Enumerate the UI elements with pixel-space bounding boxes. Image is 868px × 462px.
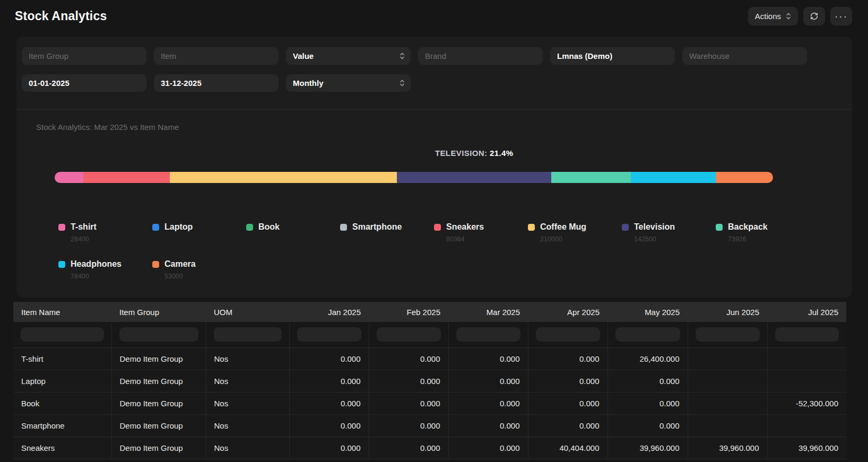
- cell-item-group[interactable]: Demo Item Group: [111, 347, 206, 370]
- cell-value[interactable]: 0.000: [369, 347, 448, 370]
- cell-value[interactable]: 26,400.000: [607, 347, 688, 370]
- frequency-select[interactable]: Monthly: [286, 74, 411, 92]
- cell-item-name[interactable]: Smartphone: [13, 414, 111, 437]
- bar-segment-tshirt[interactable]: [55, 172, 83, 183]
- cell-value[interactable]: [767, 370, 846, 392]
- column-header-feb-2025[interactable]: Feb 2025: [369, 302, 448, 322]
- column-header-item-group[interactable]: Item Group: [111, 302, 206, 322]
- cell-uom[interactable]: Nos: [206, 370, 289, 392]
- column-filter-input[interactable]: [377, 327, 441, 342]
- to-date-input[interactable]: [154, 74, 279, 92]
- column-header-jan-2025[interactable]: Jan 2025: [289, 302, 369, 322]
- cell-value[interactable]: 0.000: [607, 414, 688, 437]
- legend-value: [258, 236, 340, 243]
- cell-value[interactable]: [688, 370, 767, 392]
- column-filter-input[interactable]: [456, 327, 520, 342]
- cell-value[interactable]: 0.000: [289, 437, 369, 459]
- cell-uom[interactable]: Nos: [206, 392, 289, 414]
- cell-uom[interactable]: Nos: [206, 347, 289, 370]
- refresh-button[interactable]: [803, 7, 825, 25]
- column-header-item-name[interactable]: Item Name: [13, 302, 111, 322]
- cell-value[interactable]: 0.000: [369, 392, 448, 414]
- cell-value[interactable]: 0.000: [528, 347, 607, 370]
- table-filter-row: [13, 322, 846, 347]
- cell-value[interactable]: 40,404.000: [528, 437, 607, 459]
- cell-item-group[interactable]: Demo Item Group: [111, 414, 206, 437]
- column-filter-input[interactable]: [775, 327, 839, 342]
- bar-segment-coffee-mug[interactable]: [170, 172, 397, 183]
- cell-uom[interactable]: Nos: [206, 414, 289, 437]
- cell-item-name[interactable]: Laptop: [13, 370, 111, 392]
- cell-item-name[interactable]: Book: [13, 392, 111, 414]
- cell-value[interactable]: 0.000: [528, 392, 607, 414]
- legend-item-coffee-mug: Coffee Mug 210000: [528, 222, 622, 243]
- brand-filter-input[interactable]: [418, 47, 543, 65]
- cell-value[interactable]: 0.000: [369, 370, 448, 392]
- cell-item-group[interactable]: Demo Item Group: [111, 370, 206, 392]
- cell-value[interactable]: 0.000: [448, 414, 528, 437]
- legend-value: 142500: [634, 236, 716, 243]
- bar-segment-camera[interactable]: [716, 172, 773, 183]
- cell-value[interactable]: 0.000: [369, 437, 448, 459]
- column-header-mar-2025[interactable]: Mar 2025: [448, 302, 528, 322]
- cell-value[interactable]: 0.000: [607, 370, 688, 392]
- cell-item-group[interactable]: Demo Item Group: [111, 437, 206, 459]
- cell-value[interactable]: 0.000: [448, 347, 528, 370]
- cell-value[interactable]: 0.000: [448, 392, 528, 414]
- cell-value[interactable]: 39,960.000: [688, 437, 767, 459]
- value-quantity-select[interactable]: Value: [286, 47, 411, 65]
- column-filter-input[interactable]: [21, 327, 104, 342]
- bar-segment-television[interactable]: [397, 172, 551, 183]
- cell-value[interactable]: [767, 414, 846, 437]
- column-filter-input[interactable]: [696, 327, 760, 342]
- chart-tooltip-label: TELEVISION:: [435, 149, 488, 158]
- from-date-input[interactable]: [22, 74, 146, 92]
- cell-value[interactable]: 0.000: [448, 437, 528, 459]
- cell-value[interactable]: [767, 347, 846, 370]
- cell-uom[interactable]: Nos: [206, 437, 289, 459]
- column-filter-input[interactable]: [615, 327, 680, 342]
- cell-value[interactable]: 0.000: [289, 392, 369, 414]
- cell-value[interactable]: 0.000: [528, 414, 607, 437]
- warehouse-filter-input[interactable]: [682, 47, 807, 65]
- item-group-filter-input[interactable]: [22, 47, 146, 65]
- column-filter-input[interactable]: [119, 327, 198, 342]
- cell-value[interactable]: [688, 414, 767, 437]
- bar-segment-backpack[interactable]: [551, 172, 631, 183]
- cell-item-name[interactable]: T-shirt: [13, 347, 111, 370]
- column-header-uom[interactable]: UOM: [206, 302, 289, 322]
- column-header-jun-2025[interactable]: Jun 2025: [688, 302, 767, 322]
- cell-value[interactable]: 0.000: [289, 370, 369, 392]
- cell-value[interactable]: 39,960.000: [767, 437, 846, 459]
- column-header-may-2025[interactable]: May 2025: [607, 302, 688, 322]
- cell-value[interactable]: 0.000: [528, 370, 607, 392]
- actions-button[interactable]: Actions: [748, 7, 798, 25]
- column-header-apr-2025[interactable]: Apr 2025: [528, 302, 607, 322]
- legend-item-headphones: Headphones 78400: [58, 259, 152, 281]
- cell-item-name[interactable]: Sneakers: [13, 437, 111, 459]
- more-menu-button[interactable]: ···: [830, 7, 852, 25]
- cell-value[interactable]: 0.000: [289, 347, 369, 370]
- cell-value[interactable]: [688, 347, 767, 370]
- legend-dot-icon: [58, 261, 65, 268]
- cell-value[interactable]: -52,300.000: [767, 392, 846, 414]
- legend-value: [164, 236, 246, 243]
- cell-value[interactable]: 0.000: [369, 414, 448, 437]
- cell-item-group[interactable]: Demo Item Group: [111, 392, 206, 414]
- legend-item-camera: Camera 53000: [152, 259, 246, 281]
- cell-value[interactable]: 39,960.000: [607, 437, 688, 459]
- column-filter-input[interactable]: [214, 327, 282, 342]
- company-filter-input[interactable]: [550, 47, 675, 65]
- cell-value[interactable]: 0.000: [448, 370, 528, 392]
- column-filter-input[interactable]: [297, 327, 361, 342]
- item-filter-input[interactable]: [154, 47, 279, 65]
- filter-row-1: Value: [16, 37, 852, 65]
- column-filter-input[interactable]: [536, 327, 600, 342]
- bar-segment-headphones[interactable]: [631, 172, 716, 183]
- bar-segment-sneakers[interactable]: [83, 172, 170, 183]
- cell-value[interactable]: 0.000: [289, 414, 369, 437]
- chart-tooltip: TELEVISION: 21.4%: [435, 149, 514, 158]
- cell-value[interactable]: 0.000: [607, 392, 688, 414]
- column-header-jul-2025[interactable]: Jul 2025: [767, 302, 846, 322]
- cell-value[interactable]: [688, 392, 767, 414]
